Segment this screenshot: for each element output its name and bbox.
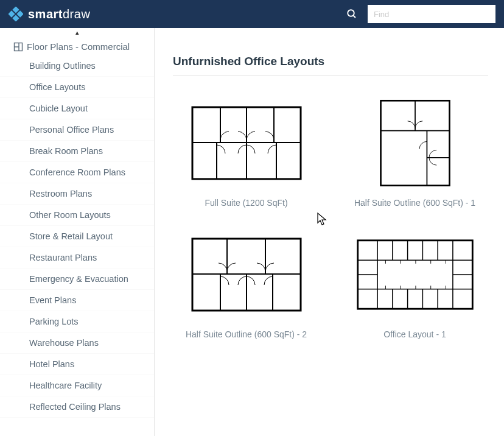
- template-card-full-suite[interactable]: Full Suite (1200 SqFt): [173, 100, 320, 208]
- sidebar-item-office-layouts[interactable]: Office Layouts: [0, 77, 154, 98]
- svg-line-5: [353, 15, 355, 18]
- svg-rect-3: [12, 15, 19, 21]
- search-input[interactable]: [368, 5, 495, 23]
- sidebar-item-event-plans[interactable]: Event Plans: [0, 290, 154, 311]
- template-label: Half Suite Outline (600 SqFt) - 1: [354, 198, 475, 208]
- template-label: Office Layout - 1: [383, 329, 446, 339]
- sidebar-item-conference-room-plans[interactable]: Conference Room Plans: [0, 162, 154, 183]
- app-header: smartdraw: [0, 0, 504, 28]
- sidebar-item-healthcare-facility[interactable]: Healthcare Facility: [0, 375, 154, 396]
- template-card-office-layout-1[interactable]: Office Layout - 1: [341, 232, 488, 339]
- svg-rect-1: [16, 10, 23, 17]
- sidebar: ▴ Floor Plans - Commercial Building Outl…: [0, 28, 155, 436]
- template-card-half-suite-1[interactable]: Half Suite Outline (600 SqFt) - 1: [341, 100, 488, 208]
- template-card-half-suite-2[interactable]: Half Suite Outline (600 SqFt) - 2: [173, 232, 320, 339]
- sidebar-item-hotel-plans[interactable]: Hotel Plans: [0, 354, 154, 375]
- svg-rect-2: [9, 10, 15, 17]
- template-thumbnail: [186, 100, 307, 186]
- sidebar-item-building-outlines[interactable]: Building Outlines: [0, 55, 154, 77]
- floorplan-icon: [13, 42, 23, 52]
- template-thumbnail: [354, 232, 476, 317]
- sidebar-item-restroom-plans[interactable]: Restroom Plans: [0, 183, 154, 205]
- sidebar-category[interactable]: Floor Plans - Commercial: [0, 38, 154, 55]
- brand-text: smartdraw: [28, 7, 90, 21]
- sidebar-item-store-retail-layout[interactable]: Store & Retail Layout: [0, 226, 154, 247]
- sidebar-item-parking-lots[interactable]: Parking Lots: [0, 311, 154, 332]
- template-label: Full Suite (1200 SqFt): [205, 198, 287, 208]
- brand-icon: [9, 7, 23, 21]
- sidebar-item-personal-office-plans[interactable]: Personal Office Plans: [0, 119, 154, 141]
- main-content: Unfurnished Office Layouts: [155, 28, 504, 436]
- sidebar-item-emergency-evacuation[interactable]: Emergency & Evacuation: [0, 269, 154, 290]
- page-title: Unfurnished Office Layouts: [173, 55, 488, 76]
- template-label: Half Suite Outline (600 SqFt) - 2: [186, 329, 307, 339]
- svg-rect-0: [12, 7, 19, 13]
- sidebar-item-other-room-layouts[interactable]: Other Room Layouts: [0, 205, 154, 226]
- sidebar-item-warehouse-plans[interactable]: Warehouse Plans: [0, 332, 154, 354]
- search-icon[interactable]: [346, 8, 358, 20]
- template-gallery: Full Suite (1200 SqFt): [173, 100, 488, 339]
- template-thumbnail: [186, 232, 307, 317]
- sidebar-item-restaurant-plans[interactable]: Restaurant Plans: [0, 247, 154, 269]
- template-thumbnail: [354, 100, 476, 186]
- collapse-caret-icon[interactable]: ▴: [0, 29, 154, 38]
- sidebar-list: Building Outlines Office Layouts Cubicle…: [0, 55, 154, 418]
- sidebar-category-label: Floor Plans - Commercial: [27, 41, 130, 52]
- sidebar-item-reflected-ceiling-plans[interactable]: Reflected Ceiling Plans: [0, 396, 154, 418]
- sidebar-item-cubicle-layout[interactable]: Cubicle Layout: [0, 98, 154, 119]
- svg-point-4: [348, 10, 354, 16]
- sidebar-item-break-room-plans[interactable]: Break Room Plans: [0, 141, 154, 162]
